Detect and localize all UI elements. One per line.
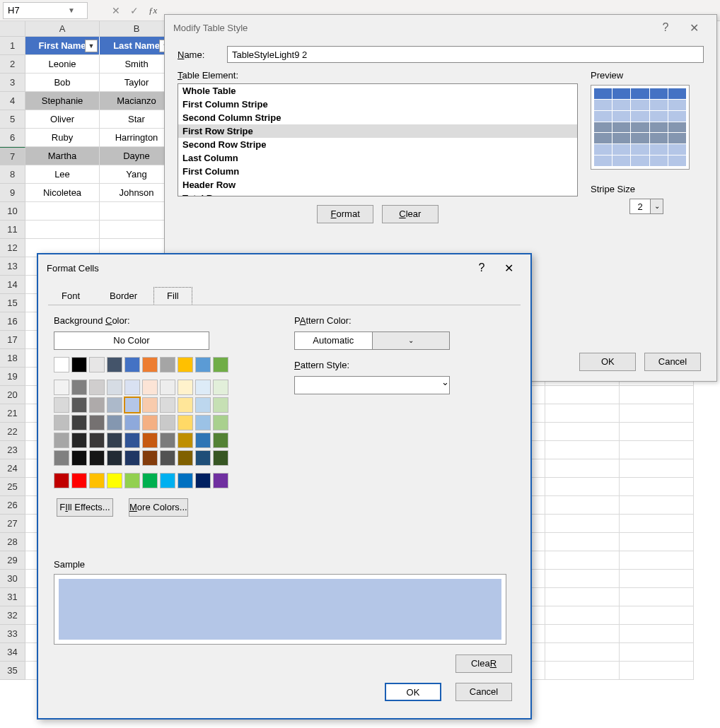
color-swatch[interactable] — [142, 357, 158, 372]
help-icon[interactable]: ? — [651, 21, 680, 34]
color-swatch[interactable] — [142, 450, 158, 466]
color-swatch[interactable] — [124, 450, 140, 466]
cell[interactable]: Martha — [25, 147, 100, 165]
color-swatch[interactable] — [107, 357, 122, 372]
color-swatch[interactable] — [213, 357, 228, 372]
row-header[interactable]: 6 — [0, 129, 25, 147]
cell[interactable] — [620, 625, 694, 643]
row-header[interactable]: 27 — [0, 515, 25, 533]
table-element-item[interactable]: Second Column Stripe — [178, 111, 577, 124]
column-header[interactable]: B — [100, 21, 174, 37]
clear-button[interactable]: CleaR — [455, 654, 512, 673]
color-swatch[interactable] — [160, 473, 175, 488]
color-swatch[interactable] — [71, 415, 87, 430]
cell[interactable] — [620, 515, 694, 533]
cell[interactable]: Dayne — [100, 147, 174, 165]
cell[interactable] — [545, 625, 620, 643]
style-name-input[interactable] — [227, 46, 704, 63]
row-header[interactable]: 17 — [0, 331, 25, 349]
table-element-item[interactable]: Whole Table — [178, 84, 577, 98]
name-box-dropdown-icon[interactable]: ▼ — [66, 6, 77, 14]
color-swatch[interactable] — [107, 433, 122, 448]
color-swatch[interactable] — [178, 415, 193, 430]
table-element-item[interactable]: Last Column — [178, 151, 577, 165]
color-swatch[interactable] — [89, 357, 105, 372]
row-header[interactable]: 8 — [0, 165, 25, 184]
cell[interactable]: Oliver — [25, 110, 100, 129]
name-box-input[interactable] — [4, 5, 66, 16]
row-header[interactable]: 21 — [0, 404, 25, 423]
color-swatch[interactable] — [142, 380, 158, 395]
cell[interactable] — [620, 588, 694, 606]
row-header[interactable]: 18 — [0, 349, 25, 368]
color-swatch[interactable] — [195, 450, 211, 466]
row-header[interactable]: 13 — [0, 257, 25, 276]
table-element-item[interactable]: Header Row — [178, 178, 577, 192]
cell[interactable]: Yang — [100, 165, 174, 184]
row-header[interactable]: 30 — [0, 570, 25, 588]
cell[interactable]: Macianzo — [100, 92, 174, 110]
cell[interactable]: Bob — [25, 74, 100, 92]
cell[interactable] — [545, 496, 620, 515]
cell[interactable] — [545, 533, 620, 551]
row-header[interactable]: 12 — [0, 239, 25, 257]
color-swatch[interactable] — [89, 473, 105, 488]
row-header[interactable]: 3 — [0, 74, 25, 92]
table-element-item[interactable]: Second Row Stripe — [178, 138, 577, 151]
color-swatch[interactable] — [89, 397, 105, 413]
row-header[interactable]: 32 — [0, 606, 25, 625]
row-header[interactable]: 25 — [0, 478, 25, 496]
table-element-item[interactable]: Total Row — [178, 192, 577, 196]
row-header[interactable]: 35 — [0, 662, 25, 680]
cell[interactable] — [620, 643, 694, 662]
color-swatch[interactable] — [213, 380, 228, 395]
cell[interactable] — [545, 570, 620, 588]
cell[interactable] — [545, 423, 620, 441]
color-swatch[interactable] — [89, 450, 105, 466]
cell[interactable] — [620, 533, 694, 551]
color-swatch[interactable] — [195, 397, 211, 413]
close-icon[interactable]: ✕ — [680, 21, 708, 35]
color-swatch[interactable] — [107, 450, 122, 466]
color-swatch[interactable] — [124, 397, 140, 413]
row-header[interactable]: 20 — [0, 386, 25, 404]
color-swatch[interactable] — [178, 357, 193, 372]
cell[interactable] — [545, 441, 620, 459]
cell[interactable]: Leonie — [25, 55, 100, 74]
cell[interactable] — [25, 221, 100, 239]
color-swatch[interactable] — [178, 397, 193, 413]
color-swatch[interactable] — [195, 473, 211, 488]
cell[interactable] — [25, 202, 100, 221]
tab-border[interactable]: Border — [96, 287, 151, 305]
color-swatch[interactable] — [178, 433, 193, 448]
color-swatch[interactable] — [195, 433, 211, 448]
clear-button[interactable]: Clear — [382, 205, 439, 223]
color-swatch[interactable] — [107, 415, 122, 430]
cell[interactable] — [620, 404, 694, 423]
row-header[interactable]: 1 — [0, 37, 25, 55]
color-swatch[interactable] — [213, 433, 228, 448]
stripe-size-input[interactable] — [629, 199, 651, 214]
select-all-corner[interactable] — [0, 21, 25, 37]
cell[interactable] — [620, 551, 694, 570]
color-swatch[interactable] — [178, 380, 193, 395]
row-header[interactable]: 2 — [0, 55, 25, 74]
color-swatch[interactable] — [124, 357, 140, 372]
color-swatch[interactable] — [71, 380, 87, 395]
color-swatch[interactable] — [142, 433, 158, 448]
row-header[interactable]: 10 — [0, 202, 25, 221]
column-header[interactable]: A — [25, 21, 100, 37]
pattern-style-select[interactable]: ⌄ — [294, 376, 450, 394]
cell[interactable]: First Name▼ — [25, 37, 100, 55]
row-header[interactable]: 9 — [0, 184, 25, 202]
cell[interactable]: Lee — [25, 165, 100, 184]
color-swatch[interactable] — [54, 473, 69, 488]
cell[interactable]: Johnson — [100, 184, 174, 202]
pattern-color-select[interactable]: Automatic ⌄ — [294, 331, 450, 350]
color-swatch[interactable] — [142, 397, 158, 413]
cell[interactable] — [545, 386, 620, 404]
color-swatch[interactable] — [54, 357, 69, 372]
cell[interactable]: Harrington — [100, 129, 174, 147]
more-colors-button[interactable]: More Colors... — [129, 498, 188, 517]
cell[interactable] — [620, 496, 694, 515]
